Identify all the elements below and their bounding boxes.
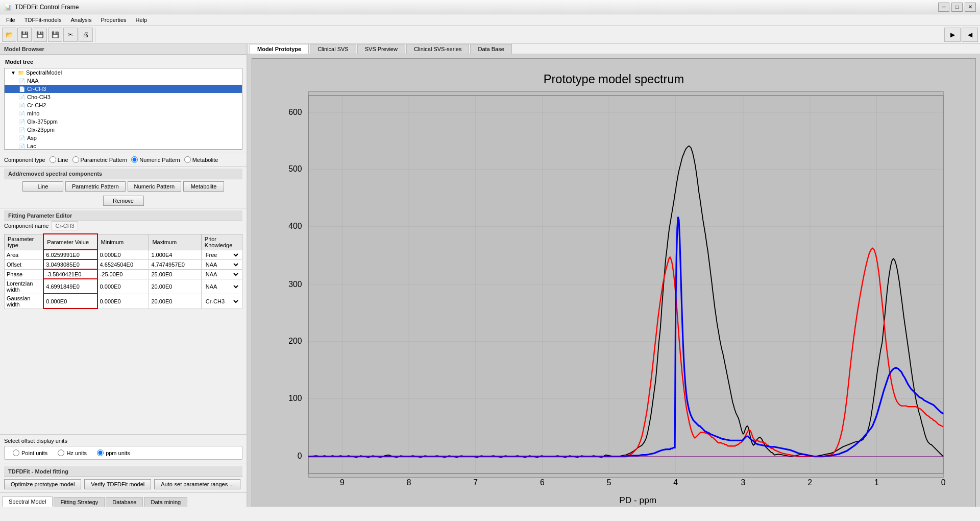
- tree-item-mino[interactable]: 📄 mIno: [5, 109, 242, 117]
- menu-analysis[interactable]: Analysis: [66, 14, 95, 25]
- param-prior-lorentzian-select[interactable]: FreeNAACr-CH3: [204, 283, 240, 290]
- add-parametric-button[interactable]: Parametric Pattern: [65, 181, 126, 192]
- toolbar-open[interactable]: 📂: [2, 28, 16, 42]
- tree-item-glx23[interactable]: 📄 Glx-23ppm: [5, 126, 242, 134]
- param-prior-area-select[interactable]: FreeNAACr-CH3: [204, 251, 240, 258]
- verify-button[interactable]: Verify TDFDFit model: [84, 479, 151, 489]
- param-prior-lorentzian[interactable]: FreeNAACr-CH3: [201, 279, 242, 294]
- remove-button[interactable]: Remove: [103, 196, 144, 206]
- param-value-area[interactable]: [43, 250, 97, 259]
- tree-item-glx375[interactable]: 📄 Glx-375ppm: [5, 117, 242, 126]
- param-value-lorentzian[interactable]: [43, 279, 97, 294]
- add-numeric-button[interactable]: Numeric Pattern: [128, 181, 181, 192]
- toolbar-cut[interactable]: ✂: [63, 28, 78, 42]
- minimize-button[interactable]: ─: [938, 3, 949, 12]
- autoset-button[interactable]: Auto-set parameter ranges ...: [154, 479, 240, 489]
- param-min-area-input[interactable]: [100, 252, 147, 258]
- menu-tdfdffit-models[interactable]: TDFFit-models: [20, 14, 66, 25]
- tree-item-choch3[interactable]: 📄 Cho-CH3: [5, 93, 242, 101]
- radio-line[interactable]: Line: [50, 156, 68, 163]
- param-max-offset-input[interactable]: [151, 262, 199, 268]
- param-prior-phase-select[interactable]: FreeNAACr-CH3: [204, 271, 240, 278]
- close-button[interactable]: ✕: [965, 3, 976, 12]
- param-max-gaussian-input[interactable]: [151, 298, 199, 304]
- toolbar-save2[interactable]: 💾: [33, 28, 47, 42]
- param-prior-offset[interactable]: FreeNAACr-CH3: [201, 259, 242, 269]
- toolbar-extra2[interactable]: ◀: [962, 28, 978, 42]
- tree-item-crch3[interactable]: 📄 Cr-CH3: [5, 85, 242, 93]
- add-metabolite-button[interactable]: Metabolite: [183, 181, 224, 192]
- param-prior-phase[interactable]: FreeNAACr-CH3: [201, 269, 242, 279]
- param-value-area-input[interactable]: [46, 252, 94, 258]
- chart-title: Prototype model spectrum: [544, 73, 684, 86]
- param-row-area: Area FreeNAACr-CH3: [5, 250, 242, 259]
- menu-file[interactable]: File: [2, 14, 19, 25]
- th-prior: Prior Knowledge: [201, 234, 242, 250]
- param-value-phase[interactable]: [43, 269, 97, 279]
- tab-data-mining[interactable]: Data mining: [144, 497, 187, 507]
- chart-tab-clinical-svs[interactable]: Clinical SVS: [310, 44, 356, 54]
- param-max-lorentzian[interactable]: [149, 279, 201, 294]
- param-max-offset[interactable]: [149, 259, 201, 269]
- tree-container[interactable]: ▼ 📁 SpectralModel 📄 NAA 📄 Cr-CH3 📄: [4, 68, 242, 150]
- param-prior-gaussian[interactable]: FreeNAACr-CH3: [201, 294, 242, 309]
- radio-numeric[interactable]: Numeric Pattern: [131, 156, 180, 163]
- param-max-area[interactable]: [149, 250, 201, 259]
- param-value-gaussian-input[interactable]: [46, 298, 94, 304]
- chart-tab-data-base[interactable]: Data Base: [470, 44, 511, 54]
- param-max-phase[interactable]: [149, 269, 201, 279]
- param-value-phase-input[interactable]: [46, 271, 94, 277]
- param-row-lorentzian: Lorentzian width FreeNAACr-CH3: [5, 279, 242, 294]
- maximize-button[interactable]: □: [951, 3, 963, 12]
- menu-help[interactable]: Help: [132, 14, 152, 25]
- model-browser: Model tree ▼ 📁 SpectralModel 📄 NAA 📄: [0, 55, 247, 153]
- radio-hz-units[interactable]: Hz units: [54, 448, 91, 457]
- param-max-lorentzian-input[interactable]: [151, 283, 199, 290]
- add-remove-buttons: Line Parametric Pattern Numeric Pattern …: [4, 181, 242, 192]
- chart-tab-svs-preview[interactable]: SVS Preview: [357, 44, 405, 54]
- param-value-offset[interactable]: [43, 259, 97, 269]
- param-min-offset[interactable]: [97, 259, 149, 269]
- param-value-lorentzian-input[interactable]: [46, 283, 94, 290]
- param-prior-gaussian-select[interactable]: FreeNAACr-CH3: [204, 298, 240, 305]
- tab-spectral-model[interactable]: Spectral Model: [2, 496, 53, 507]
- toolbar-save[interactable]: 💾: [17, 28, 32, 42]
- param-min-lorentzian[interactable]: [97, 279, 149, 294]
- param-min-phase-input[interactable]: [100, 271, 147, 277]
- chart-tab-clinical-svs-series[interactable]: Clinical SVS-series: [406, 44, 470, 54]
- xtick-7: 7: [473, 478, 478, 487]
- param-value-gaussian[interactable]: [43, 294, 97, 309]
- toolbar-save3[interactable]: 💾: [48, 28, 62, 42]
- tree-item-lac[interactable]: 📄 Lac: [5, 142, 242, 150]
- tab-database[interactable]: Database: [106, 497, 143, 507]
- toolbar-extra1[interactable]: ▶: [944, 28, 961, 42]
- radio-point-units[interactable]: Point units: [9, 448, 52, 457]
- radio-ppm-units[interactable]: ppm units: [93, 448, 134, 457]
- param-prior-area[interactable]: FreeNAACr-CH3: [201, 250, 242, 259]
- param-max-gaussian[interactable]: [149, 294, 201, 309]
- chart-tab-model-prototype[interactable]: Model Prototype: [250, 44, 309, 54]
- param-min-gaussian-input[interactable]: [100, 298, 147, 304]
- window-title: TDFDFit Control Frame: [15, 4, 79, 11]
- param-prior-offset-select[interactable]: FreeNAACr-CH3: [204, 261, 240, 268]
- toolbar-print[interactable]: 🖨: [79, 28, 93, 42]
- param-min-gaussian[interactable]: [97, 294, 149, 309]
- param-min-offset-input[interactable]: [100, 262, 147, 268]
- tab-fitting-strategy[interactable]: Fitting Strategy: [54, 497, 105, 507]
- param-max-phase-input[interactable]: [151, 271, 199, 277]
- tree-item-crch2[interactable]: 📄 Cr-CH2: [5, 101, 242, 109]
- param-min-lorentzian-input[interactable]: [100, 283, 147, 290]
- radio-parametric[interactable]: Parametric Pattern: [72, 156, 128, 163]
- tree-item-naa[interactable]: 📄 NAA: [5, 77, 242, 85]
- model-browser-title: Model Browser: [0, 44, 247, 55]
- optimize-button[interactable]: Optimize prototype model: [4, 479, 81, 489]
- add-line-button[interactable]: Line: [22, 181, 63, 192]
- param-min-area[interactable]: [97, 250, 149, 259]
- param-min-phase[interactable]: [97, 269, 149, 279]
- tree-item-spectralmodel[interactable]: ▼ 📁 SpectralModel: [5, 68, 242, 77]
- param-max-area-input[interactable]: [151, 252, 199, 258]
- tree-item-asp[interactable]: 📄 Asp: [5, 134, 242, 142]
- param-value-offset-input[interactable]: [46, 262, 94, 268]
- radio-metabolite[interactable]: Metabolite: [184, 156, 218, 163]
- menu-properties[interactable]: Properties: [96, 14, 130, 25]
